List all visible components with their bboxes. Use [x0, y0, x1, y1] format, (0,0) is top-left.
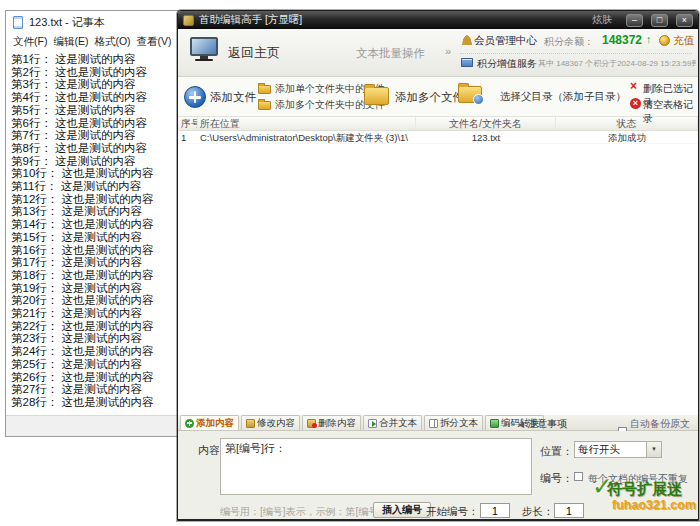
notepad-line: 第20行： 这也是测试的内容 [11, 294, 202, 307]
table-body[interactable]: 1 C:\Users\Administrator\Desktop\新建文件夹 (… [178, 131, 698, 415]
person-icon [462, 35, 472, 45]
notepad-menu-item[interactable]: 编辑(E) [50, 35, 91, 49]
recharge-link[interactable]: 充值 [673, 34, 694, 48]
step-input[interactable] [554, 503, 584, 518]
site-watermark: ✓ 符号扩展迷 fuhao321.com [592, 478, 700, 525]
notepad-titlebar[interactable]: 123.txt - 记事本 [6, 11, 202, 33]
split-icon [429, 419, 438, 428]
edit-icon [246, 419, 255, 428]
minimize-button[interactable]: – [626, 14, 643, 27]
clear-circle-x-icon: × [630, 98, 641, 109]
add-file-icon [184, 86, 206, 108]
numbering-hint: 编号用：[编号]表示，示例：第[编号]条 [220, 505, 391, 519]
notice-link[interactable]: ◀ 注意事项 [518, 417, 567, 431]
cell-status: 添加成功 [556, 131, 698, 143]
monitor-icon [190, 37, 218, 56]
monitor-icon-base [195, 59, 213, 61]
notepad-line: 第3行： 这是测试的内容 [11, 78, 202, 91]
coin-icon [659, 35, 670, 46]
maximize-button[interactable]: □ [651, 14, 668, 27]
notepad-text-area[interactable]: 第1行： 这是测试的内容第2行： 这也是测试的内容第3行： 这是测试的内容第4行… [6, 51, 202, 407]
folder-open-icon [458, 86, 482, 103]
number-label: 编号： [540, 471, 573, 486]
col-header-location[interactable]: 所在位置 [198, 117, 416, 130]
table-row[interactable]: 1 C:\Users\Administrator\Desktop\新建文件夹 (… [178, 131, 698, 144]
notepad-line: 第17行： 这是测试的内容 [11, 256, 202, 269]
start-number-input[interactable] [480, 503, 510, 518]
tab-delete-content[interactable]: 删除内容 [302, 415, 361, 430]
tab-label: 拆分文本 [440, 417, 478, 430]
close-button[interactable]: × [676, 14, 693, 27]
notepad-file-icon [13, 16, 23, 29]
content-textarea[interactable]: 第[编号]行： [220, 438, 532, 495]
notepad-line: 第1行： 这是测试的内容 [11, 53, 202, 66]
add-file-button[interactable]: 添加文件 [210, 90, 256, 105]
dropdown-arrow-icon[interactable]: ▼ [646, 442, 661, 457]
notepad-statusbar [6, 415, 202, 436]
start-number-label: 开始编号： [426, 505, 479, 519]
vas-link[interactable]: 积分增值服务 [477, 57, 537, 71]
notepad-line: 第21行： 这是测试的内容 [11, 307, 202, 320]
notepad-line: 第19行： 这是测试的内容 [11, 282, 202, 295]
notepad-line: 第18行： 这也是测试的内容 [11, 269, 202, 282]
notepad-line: 第26行： 这也是测试的内容 [11, 371, 202, 384]
notepad-line: 第8行： 这也是测试的内容 [11, 142, 202, 155]
table-header: 序号 所在位置 文件名/文件夹名 状态 [178, 117, 698, 131]
notepad-line: 第6行： 这也是测试的内容 [11, 117, 202, 130]
notepad-line: 第14行： 这也是测试的内容 [11, 218, 202, 231]
folder-icon [364, 87, 389, 105]
tab-label: 合并文本 [379, 417, 417, 430]
back-home-button[interactable]: 返回主页 [228, 44, 280, 62]
notepad-line: 第23行： 这是测试的内容 [11, 332, 202, 345]
speaker-icon: ◀ [518, 420, 524, 429]
notepad-line: 第2行： 这也是测试的内容 [11, 66, 202, 79]
col-header-index[interactable]: 序号 [178, 117, 198, 130]
app-titlebar[interactable]: 首助编辑高手 [方显曙] 炫肤 – □ × [178, 11, 698, 29]
section-title: 文本批量操作 [356, 46, 425, 61]
app-icon [183, 15, 194, 26]
tab-label: 添加内容 [196, 417, 234, 430]
notepad-line: 第9行： 这是测试的内容 [11, 155, 202, 168]
balance-label: 积分余额： [544, 35, 594, 49]
notepad-menu-item[interactable]: 查看(V) [134, 35, 175, 49]
balance-value: 148372 [602, 33, 642, 47]
divider [460, 53, 692, 54]
book-icon [461, 58, 473, 67]
notepad-menu-item[interactable]: 文件(F) [10, 35, 50, 49]
notepad-line: 第10行： 这也是测试的内容 [11, 167, 202, 180]
notepad-line: 第27行： 这是测试的内容 [11, 383, 202, 396]
notepad-line: 第7行： 这是测试的内容 [11, 129, 202, 142]
step-label: 步长： [522, 505, 554, 519]
notepad-line: 第28行： 这也是测试的内容 [11, 396, 202, 407]
tab-add-content[interactable]: 添加内容 [180, 415, 239, 430]
skin-button[interactable]: 炫肤 [592, 13, 612, 27]
cell-location: C:\Users\Administrator\Desktop\新建文件夹 (3)… [198, 131, 416, 143]
app-title: 首助编辑高手 [方显曙] [199, 13, 587, 27]
folder-icon [258, 101, 271, 110]
watermark-name: 符号扩展迷 [607, 480, 682, 499]
tab-merge-text[interactable]: 合并文本 [363, 415, 422, 430]
chevron-right-icon: » [445, 45, 451, 57]
notepad-line: 第11行： 这是测试的内容 [11, 180, 202, 193]
notepad-line: 第16行： 这也是测试的内容 [11, 244, 202, 257]
file-table: 序号 所在位置 文件名/文件夹名 状态 1 C:\Users\Administr… [178, 117, 698, 415]
notepad-line: 第13行： 这是测试的内容 [11, 205, 202, 218]
col-header-filename[interactable]: 文件名/文件夹名 [416, 117, 556, 130]
notepad-menu-item[interactable]: 格式(O) [91, 35, 133, 49]
arrow-up-icon: ↑ [646, 33, 652, 45]
position-dropdown[interactable]: 每行开头 ▼ [574, 441, 662, 458]
select-parent-dir-button[interactable]: 选择父目录（添加子目录） [500, 90, 626, 104]
notepad-line: 第22行： 这也是测试的内容 [11, 320, 202, 333]
notepad-line: 第4行： 这也是测试的内容 [11, 91, 202, 104]
clear-table-button[interactable]: 清空表格记录 [643, 98, 698, 126]
vas-detail-text: 其中 148367 个积分于2024-08-29 15:23:59到期 [538, 58, 696, 69]
app-window: 首助编辑高手 [方显曙] 炫肤 – □ × 返回主页 文本批量操作 » 会员管理… [177, 10, 699, 521]
insert-number-button[interactable]: 插入编号 [373, 502, 431, 518]
notepad-line: 第15行： 这是测试的内容 [11, 231, 202, 244]
unique-number-checkbox[interactable] [574, 472, 583, 481]
tab-modify-content[interactable]: 修改内容 [241, 415, 300, 430]
notepad-title: 123.txt - 记事本 [29, 15, 105, 30]
tab-split-text[interactable]: 拆分文本 [424, 415, 483, 430]
cell-filename: 123.txt [416, 131, 556, 143]
member-center-link[interactable]: 会员管理中心 [474, 34, 537, 48]
